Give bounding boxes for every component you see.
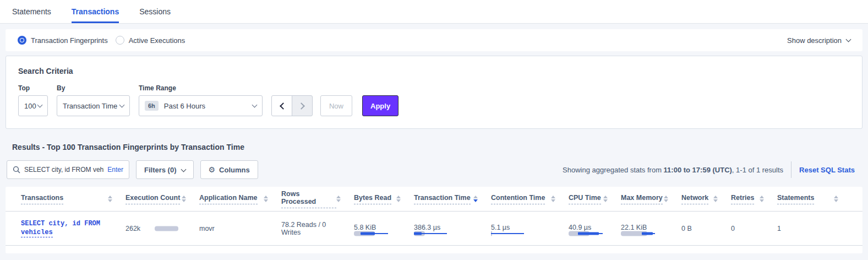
column-header-network[interactable]: Network (681, 194, 731, 204)
sql-search-box[interactable]: Enter (7, 160, 129, 179)
show-description-label: Show description (787, 36, 842, 45)
cell-network: 0 B (681, 225, 731, 232)
column-header-transaction-time[interactable]: Transaction Time (414, 194, 491, 204)
table-row: SELECT city, id FROM vehicles 262k movr … (6, 212, 862, 246)
radio-active-executions[interactable]: Active Executions (116, 36, 185, 45)
column-header-execution-count[interactable]: Execution Count (125, 194, 199, 204)
chevron-down-icon (119, 102, 125, 107)
column-header-transactions[interactable]: Transactions (21, 194, 125, 204)
column-header-statements[interactable]: Statements (777, 194, 851, 204)
next-time-window-button[interactable] (292, 95, 313, 116)
search-criteria-title: Search Criteria (18, 67, 850, 75)
gear-icon: ⚙ (209, 166, 216, 174)
results-table: Transactions Execution Count Application… (6, 187, 862, 253)
column-header-application-name[interactable]: Application Name (199, 194, 281, 204)
column-header-contention-time[interactable]: Contention Time (491, 194, 569, 204)
results-controls: Enter Filters (0) ⚙ Columns Showing aggr… (7, 160, 861, 179)
chevron-down-icon (37, 102, 43, 107)
transaction-fingerprint-link[interactable]: SELECT city, id FROM vehicles (21, 220, 100, 236)
sql-search-input[interactable] (24, 166, 104, 174)
radio-transaction-fingerprints[interactable]: Transaction Fingerprints (18, 36, 108, 45)
cell-transaction-fingerprint: SELECT city, id FROM vehicles (21, 219, 125, 237)
by-select-value: Transaction Time (63, 102, 117, 110)
show-description-toggle[interactable]: Show description (787, 36, 850, 45)
chevron-down-icon (252, 102, 258, 107)
view-toggle-bar: Transaction Fingerprints Active Executio… (6, 29, 862, 51)
sort-carets-icon (108, 196, 112, 202)
chevron-down-icon (846, 36, 851, 42)
column-header-bytes-read[interactable]: Bytes Read (354, 194, 414, 204)
top-select-value: 100 (24, 102, 36, 110)
top-select[interactable]: 100 (18, 95, 48, 116)
stats-time-range: 11:00 to 17:59 (UTC) (664, 166, 732, 174)
sort-carets-icon (396, 196, 401, 202)
tab-statements[interactable]: Statements (12, 0, 51, 23)
cell-max-memory: 22.1 KiB (621, 224, 681, 234)
column-header-retries[interactable]: Retries (731, 194, 777, 204)
sort-carets-icon (834, 196, 838, 202)
results-heading: Results - Top 100 Transaction Fingerprin… (12, 143, 868, 151)
cell-application-name: movr (199, 225, 281, 232)
page-tabbar: Statements Transactions Sessions (0, 0, 868, 24)
sort-carets-icon (264, 196, 268, 202)
previous-time-window-button[interactable] (271, 95, 292, 116)
time-range-value: Past 6 Hours (164, 102, 205, 110)
sort-carets-icon (551, 196, 555, 202)
search-icon (13, 166, 20, 174)
aggregated-stats-note: Showing aggregated stats from 11:00 to 1… (563, 166, 783, 174)
sort-carets-icon (760, 196, 764, 202)
tab-transactions[interactable]: Transactions (72, 0, 119, 23)
execution-count-bar (155, 226, 186, 231)
chevron-left-icon (280, 102, 287, 110)
filters-button-label: Filters (0) (144, 166, 177, 174)
radio-label: Transaction Fingerprints (31, 36, 108, 45)
radio-selected-icon (18, 36, 26, 45)
cell-bytes-read: 5.8 KiB (354, 224, 414, 234)
chevron-right-icon (298, 102, 305, 110)
radio-unselected-icon (116, 36, 124, 45)
sort-carets-icon (664, 196, 668, 202)
column-header-max-memory[interactable]: Max Memory (621, 194, 681, 204)
columns-button-label: Columns (219, 166, 250, 174)
time-range-badge: 6h (145, 101, 159, 111)
sort-carets-icon (473, 196, 478, 202)
columns-button[interactable]: ⚙ Columns (200, 160, 258, 179)
cell-statements: 1 (777, 225, 851, 232)
by-label: By (57, 84, 130, 92)
column-header-rows-processed[interactable]: Rows Processed (281, 190, 354, 208)
chevron-down-icon (181, 166, 186, 172)
cell-contention-time: 5.1 µs (491, 224, 569, 234)
cell-transaction-time: 386.3 µs (414, 224, 491, 234)
divider (791, 161, 791, 178)
by-select[interactable]: Transaction Time (57, 95, 130, 116)
apply-button[interactable]: Apply (362, 95, 398, 116)
filters-button[interactable]: Filters (0) (136, 160, 194, 179)
column-header-cpu-time[interactable]: CPU Time (569, 194, 621, 204)
cell-rows-processed: 78.2 Reads / 0 Writes (281, 221, 354, 236)
cell-cpu-time: 40.9 µs (569, 224, 621, 234)
time-range-pager (271, 95, 313, 116)
tab-sessions[interactable]: Sessions (139, 0, 171, 23)
cell-retries: 0 (731, 225, 777, 232)
sort-carets-icon (182, 196, 186, 202)
reset-sql-stats-link[interactable]: Reset SQL Stats (799, 166, 855, 174)
cell-execution-count: 262k (125, 225, 199, 232)
search-criteria-card: Search Criteria Top 100 By Transaction T… (6, 56, 862, 129)
search-enter-hint[interactable]: Enter (107, 166, 123, 174)
sort-carets-icon (336, 196, 341, 202)
time-range-label: Time Range (139, 84, 263, 92)
table-header-row: Transactions Execution Count Application… (6, 187, 862, 212)
top-label: Top (18, 84, 48, 92)
radio-label: Active Executions (129, 36, 185, 45)
sort-carets-icon (713, 196, 718, 202)
sort-carets-icon (603, 196, 608, 202)
time-range-select[interactable]: 6h Past 6 Hours (139, 95, 263, 116)
now-button[interactable]: Now (320, 95, 352, 116)
